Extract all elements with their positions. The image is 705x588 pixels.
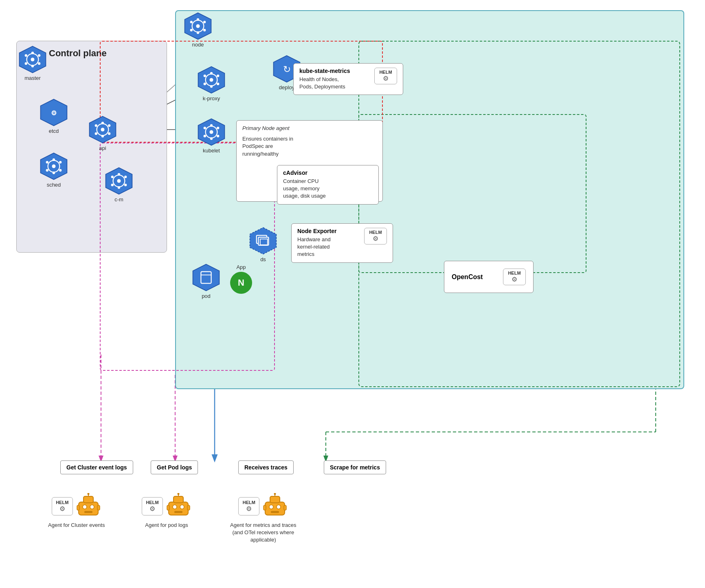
svg-point-62 xyxy=(111,184,114,186)
svg-point-80 xyxy=(204,135,206,137)
svg-point-51 xyxy=(46,161,48,163)
api-hex-wrapper: api xyxy=(88,115,117,151)
receives-traces-label: Receives traces xyxy=(244,464,288,471)
helm-gear-6: ⚙ xyxy=(246,505,252,513)
svg-point-79 xyxy=(217,127,219,129)
svg-text:⚙: ⚙ xyxy=(51,109,57,117)
svg-point-53 xyxy=(46,169,48,172)
svg-point-67 xyxy=(210,72,213,75)
svg-rect-101 xyxy=(174,496,183,503)
metrics-traces-helm: HELM ⚙ xyxy=(238,497,259,515)
master-label: master xyxy=(24,75,41,81)
master-hex xyxy=(18,45,47,74)
master-hex-wrapper: master xyxy=(18,45,47,81)
cluster-events-agent-section: HELM ⚙ Agent for Cluster events xyxy=(48,493,105,529)
node-label: node xyxy=(192,42,204,48)
node-hex xyxy=(183,11,213,41)
metrics-traces-agent-icons: HELM ⚙ xyxy=(238,493,288,519)
get-pod-logs-box: Get Pod logs xyxy=(151,460,198,474)
primary-node-agent-text: Ensures containers inPodSpec arerunning/… xyxy=(242,135,377,158)
helm-gear-2: ⚙ xyxy=(373,235,378,242)
api-label: api xyxy=(99,145,106,151)
api-hex xyxy=(88,115,117,144)
svg-point-42 xyxy=(95,124,97,127)
svg-rect-104 xyxy=(174,511,182,513)
svg-point-69 xyxy=(204,75,206,77)
svg-point-49 xyxy=(53,159,55,161)
svg-rect-114 xyxy=(264,505,266,510)
svg-point-23 xyxy=(203,21,206,23)
helm-gear-4: ⚙ xyxy=(59,505,65,513)
svg-point-34 xyxy=(38,62,40,65)
svg-point-108 xyxy=(178,493,180,495)
svg-point-29 xyxy=(31,52,34,54)
pod-logs-agent-icons: HELM ⚙ xyxy=(142,493,191,519)
helm-text-4: HELM xyxy=(56,500,68,505)
svg-point-41 xyxy=(101,135,104,137)
metrics-traces-agent-section: HELM ⚙ Agent for metrics and traces(and … xyxy=(230,493,296,544)
svg-rect-91 xyxy=(79,502,98,515)
node-exporter-text: Hardware andkernel-relatedmetrics xyxy=(297,236,361,258)
svg-point-60 xyxy=(111,176,114,178)
svg-point-75 xyxy=(210,130,213,134)
helm-gear-3: ⚙ xyxy=(512,275,517,283)
svg-point-20 xyxy=(197,18,199,21)
svg-point-31 xyxy=(25,54,27,57)
svg-point-50 xyxy=(53,172,55,174)
svg-rect-95 xyxy=(84,511,92,513)
svg-point-44 xyxy=(95,132,97,135)
opencost-title: OpenCost xyxy=(452,273,498,281)
sched-label: sched xyxy=(47,182,61,188)
svg-rect-115 xyxy=(284,505,286,510)
helm-gear-5: ⚙ xyxy=(149,505,155,513)
svg-point-21 xyxy=(197,31,199,34)
scrape-metrics-label: Scrape for metrics xyxy=(330,464,380,471)
svg-point-72 xyxy=(217,83,219,85)
receives-traces-box: Receives traces xyxy=(238,460,294,474)
robot-icon-1 xyxy=(75,493,101,519)
opencost-helm: HELM ⚙ xyxy=(503,269,526,285)
node-exporter-helm: HELM ⚙ xyxy=(364,228,387,244)
pod-hex-wrapper: pod xyxy=(191,263,221,299)
pod-logs-agent-label: Agent for pod logs xyxy=(145,522,188,529)
etcd-label: etcd xyxy=(49,128,59,134)
helm-text-3: HELM xyxy=(508,271,521,275)
cluster-events-agent-icons: HELM ⚙ xyxy=(52,493,101,519)
kproxy-hex-wrapper: k-proxy xyxy=(197,65,226,101)
svg-point-45 xyxy=(108,132,110,135)
svg-rect-97 xyxy=(97,505,100,510)
app-label: App xyxy=(236,264,246,270)
cluster-events-agent-label: Agent for Cluster events xyxy=(48,522,105,529)
node-exporter-title: Node Exporter xyxy=(297,228,361,234)
opencost-box: OpenCost HELM ⚙ xyxy=(444,261,534,293)
svg-point-30 xyxy=(31,65,34,67)
nginx-icon: N xyxy=(230,272,252,294)
get-pod-logs-label: Get Pod logs xyxy=(157,464,192,471)
robot-icon-2 xyxy=(165,493,191,519)
deploy-label: deploy xyxy=(279,84,294,90)
cadvisor-title: cAdvisor xyxy=(283,170,373,176)
svg-rect-110 xyxy=(270,496,280,503)
svg-text:↻: ↻ xyxy=(283,64,291,75)
svg-point-78 xyxy=(204,127,206,129)
kube-state-metrics-box: kube-state-metrics Health of Nodes,Pods,… xyxy=(293,63,403,95)
ds-label: ds xyxy=(260,256,266,262)
cadvisor-box: cAdvisor Container CPUusage, memoryusage… xyxy=(277,165,379,205)
svg-point-19 xyxy=(196,24,200,28)
nginx-letter: N xyxy=(238,277,244,288)
svg-point-59 xyxy=(118,186,120,189)
node-hex-wrapper: node xyxy=(183,11,213,48)
helm-text-6: HELM xyxy=(243,500,255,505)
ds-hex-wrapper: ds xyxy=(248,226,278,262)
svg-point-61 xyxy=(124,176,127,178)
svg-point-39 xyxy=(101,128,105,132)
svg-point-24 xyxy=(190,29,193,31)
svg-point-25 xyxy=(203,29,206,31)
svg-point-99 xyxy=(87,493,89,495)
svg-point-111 xyxy=(269,505,273,509)
cluster-events-helm: HELM ⚙ xyxy=(52,497,73,515)
svg-rect-100 xyxy=(169,502,188,515)
get-cluster-events-box: Get Cluster event logs xyxy=(60,460,133,474)
svg-rect-109 xyxy=(265,502,285,515)
pod-logs-agent-section: HELM ⚙ Agent for pod logs xyxy=(142,493,191,529)
